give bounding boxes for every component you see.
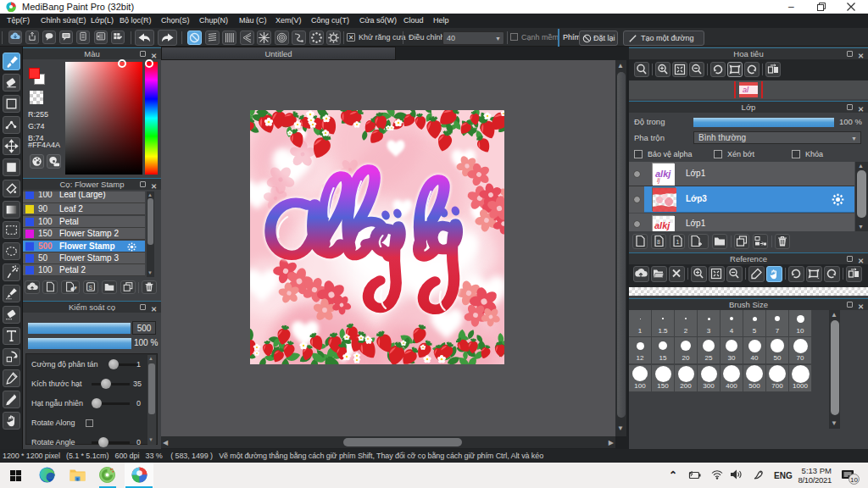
svg-text:alkj: alkj xyxy=(654,220,670,230)
svg-text:S: S xyxy=(88,285,92,291)
svg-text:lj: lj xyxy=(657,176,660,184)
svg-text:8: 8 xyxy=(657,239,660,245)
svg-text:al: al xyxy=(743,86,749,94)
svg-text:1: 1 xyxy=(676,239,680,245)
